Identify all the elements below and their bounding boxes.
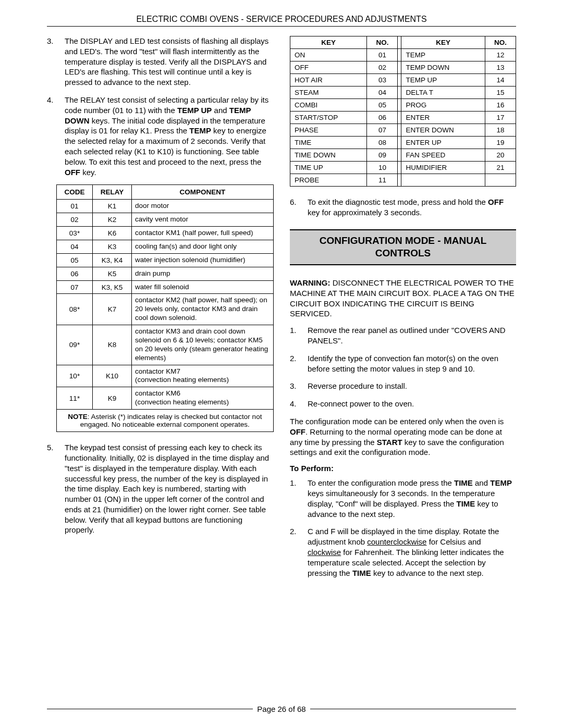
step-6: 6. To exit the diagnostic test mode, pre… (290, 197, 516, 218)
table-row: ON01TEMP12 (290, 49, 516, 61)
cell-no: 18 (485, 124, 516, 137)
cell-code: 03* (57, 227, 93, 240)
step-text: Re-connect power to the oven. (308, 399, 516, 409)
cell-key: ON (290, 49, 367, 61)
cfg-step-3: 3. Reverse procedure to install. (290, 381, 516, 391)
step-text: Reverse procedure to install. (308, 381, 516, 391)
table-row: 03*K6contactor KM1 (half power, full spe… (57, 227, 274, 240)
cell-key: ENTER UP (401, 137, 485, 149)
table-row: TIME08ENTER UP19 (290, 137, 516, 149)
cfg-step-1: 1. Remove the rear panel as outlined und… (290, 325, 516, 346)
cell-code: 06 (57, 267, 93, 280)
cell-component: door motor (132, 200, 274, 213)
bold-text: TIME (457, 499, 475, 508)
cell-gap (398, 162, 401, 174)
cell-key: TEMP UP (401, 74, 485, 87)
table-row: START/STOP06ENTER17 (290, 112, 516, 124)
bold-text: TEMP (189, 126, 211, 135)
col-relay: RELAY (93, 185, 132, 200)
cell-no: 02 (367, 61, 398, 74)
cell-relay: K2 (93, 213, 132, 227)
table-row: 10*K10contactor KM7 (convection heating … (57, 365, 274, 387)
footer-rule (310, 709, 516, 709)
cell-gap (398, 87, 401, 99)
bold-text: START (377, 438, 402, 447)
cell-no: 04 (367, 87, 398, 99)
step-number: 5. (47, 442, 65, 535)
to-perform-heading: To Perform: (290, 464, 516, 473)
note-label: NOTE (68, 413, 88, 421)
table-row: 05K3, K4water injection solenoid (humidi… (57, 253, 274, 267)
table-row: 11*K9contactor KM6 (convection heating e… (57, 387, 274, 410)
cell-no: 21 (485, 162, 516, 174)
cell-code: 08* (57, 294, 93, 325)
step-text: The keypad test consist of pressing each… (65, 442, 273, 535)
cell-no: 07 (367, 124, 398, 137)
cell-component: contactor KM3 and drain cool down soleno… (132, 325, 274, 365)
step-4: 4. The RELAY test consist of selecting a… (47, 95, 273, 177)
cell-key: HOT AIR (290, 74, 367, 87)
cell-no: 16 (485, 99, 516, 112)
table-row: PHASE07ENTER DOWN18 (290, 124, 516, 137)
table-row: TIME DOWN09FAN SPEED20 (290, 149, 516, 162)
cell-gap (398, 124, 401, 137)
page-header: ELECTRIC COMBI OVENS - SERVICE PROCEDURE… (47, 15, 516, 24)
cell-no: 12 (485, 49, 516, 61)
cell-key: PROBE (290, 174, 367, 187)
bold-text: OFF (290, 427, 305, 436)
warning-label: WARNING: (290, 278, 331, 287)
table-row: 09*K8contactor KM3 and drain cool down s… (57, 325, 274, 365)
cell-key: DELTA T (401, 87, 485, 99)
page-total: 68 (295, 705, 306, 713)
col-code: CODE (57, 185, 93, 200)
cell-no: 20 (485, 149, 516, 162)
table-row: OFF02TEMP DOWN13 (290, 61, 516, 74)
cell-component: drain pump (132, 267, 274, 280)
step-number: 4. (47, 95, 65, 177)
cell-key: FAN SPEED (401, 149, 485, 162)
cell-key: TEMP DOWN (401, 61, 485, 74)
cell-gap (398, 49, 401, 61)
cell-component: contactor KM2 (half power, half speed); … (132, 294, 274, 325)
bold-text: TEMP UP (177, 106, 212, 115)
bold-text: TIME (352, 569, 371, 577)
step-number: 2. (290, 353, 308, 374)
step-number: 4. (290, 399, 308, 409)
step-number: 3. (290, 381, 308, 391)
footer-rule (47, 709, 253, 709)
step-number: 1. (290, 478, 308, 519)
cell-relay: K9 (93, 387, 132, 410)
table-row: 02K2cavity vent motor (57, 213, 274, 227)
page-footer: Page 26 of 68 (47, 705, 516, 713)
config-paragraph: The configuration mode can be entered on… (290, 416, 516, 458)
cell-code: 05 (57, 253, 93, 267)
cell-key: TIME UP (290, 162, 367, 174)
warning-paragraph: WARNING: DISCONNECT THE ELECTRICAL POWER… (290, 278, 516, 319)
table-row: HOT AIR03TEMP UP14 (290, 74, 516, 87)
cfg-step-4: 4. Re-connect power to the oven. (290, 399, 516, 409)
table-row: 08*K7contactor KM2 (half power, half spe… (57, 294, 274, 325)
relay-note-row: NOTE: Asterisk (*) indicates relay is ch… (57, 410, 274, 432)
table-row: 07K3, K5water fill solenoid (57, 280, 274, 294)
cell-key: HUMIDIFIER (401, 162, 485, 174)
cell-no: 11 (367, 174, 398, 187)
cell-gap (398, 61, 401, 74)
cell-component: cooling fan(s) and door light only (132, 240, 274, 253)
bold-text: TEMP (490, 478, 512, 487)
cell-component: cavity vent motor (132, 213, 274, 227)
cell-key: TIME DOWN (290, 149, 367, 162)
cell-no: 06 (367, 112, 398, 124)
cell-no: 10 (367, 162, 398, 174)
note-text: : Asterisk (*) indicates relay is checke… (80, 413, 262, 428)
step-number: 1. (290, 325, 308, 346)
col-no: NO. (367, 36, 398, 49)
right-column: KEY NO. KEY NO. ON01TEMP12OFF02TEMP DOWN… (290, 36, 516, 585)
cell-key: TEMP (401, 49, 485, 61)
bold-text: OFF (65, 168, 80, 177)
cell-gap (398, 112, 401, 124)
cell-gap (398, 174, 401, 187)
cell-component: contactor KM7 (convection heating elemen… (132, 365, 274, 387)
cell-no: 13 (485, 61, 516, 74)
cell-relay: K3, K4 (93, 253, 132, 267)
cell-component: water injection solenoid (humidifier) (132, 253, 274, 267)
